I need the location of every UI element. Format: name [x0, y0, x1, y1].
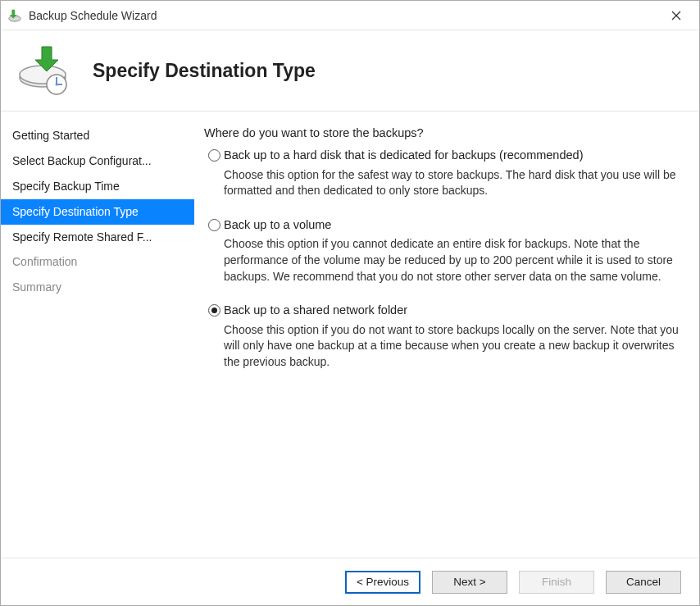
sidebar-step-4[interactable]: Specify Remote Shared F...: [1, 225, 194, 250]
page-title: Specify Destination Type: [93, 60, 316, 82]
sidebar-step-0[interactable]: Getting Started: [1, 123, 194, 148]
wizard-body: Getting StartedSelect Backup Configurat.…: [1, 111, 699, 558]
sidebar-step-3[interactable]: Specify Destination Type: [1, 199, 194, 225]
destination-type-icon: [16, 42, 73, 99]
radio-network-folder[interactable]: [204, 303, 224, 319]
finish-button: Finish: [519, 571, 594, 594]
option-label-dedicated-disk: Back up to a hard disk that is dedicated…: [224, 148, 583, 164]
option-description-dedicated-disk: Choose this option for the safest way to…: [224, 167, 681, 199]
cancel-button[interactable]: Cancel: [606, 571, 681, 594]
wizard-header: Specify Destination Type: [1, 30, 699, 111]
option-description-network-folder: Choose this option if you do not want to…: [224, 322, 681, 371]
previous-button[interactable]: < Previous: [345, 571, 420, 594]
close-icon: [671, 11, 681, 21]
destination-question: Where do you want to store the backups?: [204, 126, 681, 139]
svg-point-8: [56, 84, 58, 86]
option-description-volume: Choose this option if you cannot dedicat…: [224, 236, 681, 285]
option-dedicated-disk[interactable]: Back up to a hard disk that is dedicated…: [204, 148, 681, 164]
wizard-steps-sidebar: Getting StartedSelect Backup Configurat.…: [1, 112, 194, 558]
wizard-window: Backup Schedule Wizard Specify Destinati…: [0, 0, 700, 606]
option-label-network-folder: Back up to a shared network folder: [224, 303, 407, 319]
radio-volume[interactable]: [204, 217, 224, 234]
close-button[interactable]: [658, 4, 694, 27]
radio-selected-icon: [208, 304, 220, 317]
radio-dedicated-disk[interactable]: [204, 148, 224, 164]
next-button[interactable]: Next >: [432, 571, 507, 594]
option-network-folder[interactable]: Back up to a shared network folder: [204, 303, 681, 319]
sidebar-step-5: Confirmation: [1, 249, 194, 275]
backup-wizard-icon: [7, 8, 22, 23]
sidebar-step-1[interactable]: Select Backup Configurat...: [1, 148, 194, 174]
sidebar-step-2[interactable]: Specify Backup Time: [1, 174, 194, 199]
radio-unselected-icon: [208, 219, 220, 231]
option-volume[interactable]: Back up to a volume: [204, 217, 681, 234]
radio-unselected-icon: [208, 149, 220, 162]
wizard-footer: < Previous Next > Finish Cancel: [1, 558, 699, 605]
wizard-content: Where do you want to store the backups? …: [194, 112, 699, 558]
window-title: Backup Schedule Wizard: [29, 9, 658, 22]
sidebar-step-6: Summary: [1, 275, 194, 300]
option-label-volume: Back up to a volume: [224, 217, 331, 234]
titlebar: Backup Schedule Wizard: [1, 1, 699, 30]
